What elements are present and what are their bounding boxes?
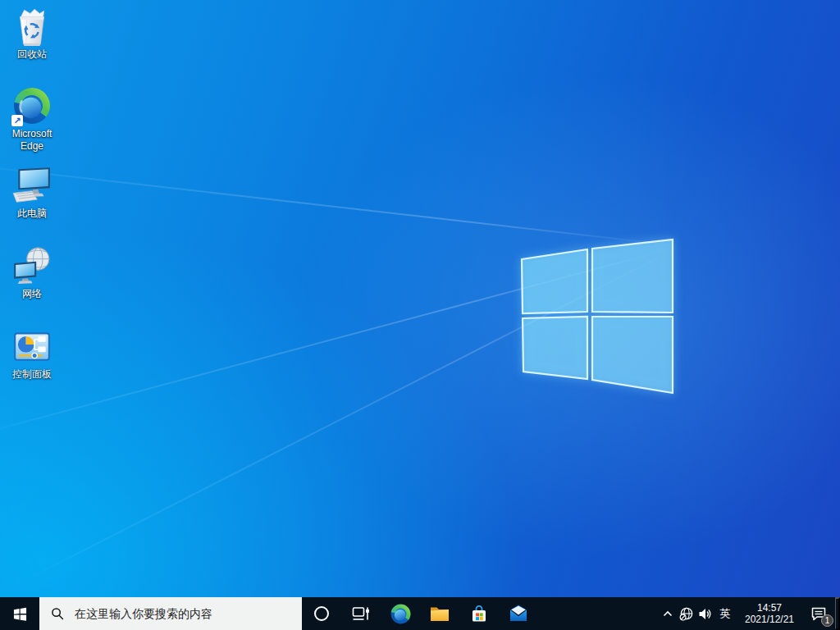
edge-icon [390,603,412,625]
recycle-bin-icon [11,5,53,48]
edge-logo-icon: ↗ [11,84,53,127]
cortana-icon [314,606,329,621]
file-explorer-icon [429,603,450,624]
ime-indicator[interactable]: 英 [714,597,737,630]
icon-label: 回收站 [17,48,47,61]
notification-badge: 1 [821,614,833,627]
search-input[interactable] [73,606,295,621]
volume-icon [698,607,712,621]
task-view-button[interactable] [341,597,381,630]
start-button[interactable] [0,597,39,630]
search-box[interactable] [39,597,302,630]
store-button[interactable] [459,597,499,630]
icon-label: 网络 [22,288,42,300]
desktop-wallpaper: 回收站 ↗ [0,0,840,597]
network-tray-button[interactable] [678,597,696,630]
show-hidden-icons-button[interactable] [658,597,678,630]
this-pc-icon [11,164,53,207]
shortcut-arrow-icon: ↗ [11,115,23,126]
system-tray: 英 14:57 2021/12/21 1 [658,597,840,630]
mail-icon [508,603,529,624]
mail-button[interactable] [499,597,538,630]
action-center-button[interactable]: 1 [802,597,835,630]
desktop-icon-network[interactable]: 网络 [1,244,63,300]
icon-label: 此电脑 [17,208,47,220]
icon-label: 控制面板 [12,368,52,381]
edge-taskbar-button[interactable] [381,597,420,630]
network-globe-offline-icon [679,607,694,621]
clock[interactable]: 14:57 2021/12/21 [737,597,802,630]
icon-label: Microsoft Edge [3,128,61,153]
clock-time: 14:57 [737,602,802,614]
taskbar: 英 14:57 2021/12/21 1 [0,597,840,630]
volume-button[interactable] [696,597,714,630]
network-desktop-icon [11,244,53,287]
show-desktop-button[interactable] [835,597,840,630]
clock-date: 2021/12/21 [737,614,802,625]
search-icon [51,607,65,621]
task-view-icon [352,605,370,622]
cortana-button[interactable] [302,597,341,630]
windows-logo-icon [13,607,27,621]
desktop-icon-microsoft-edge[interactable]: ↗ Microsoft Edge [1,84,63,153]
control-panel-icon [11,325,53,368]
desktop-icon-control-panel[interactable]: 控制面板 [1,325,63,381]
chevron-up-icon [663,609,673,618]
desktop-icon-this-pc[interactable]: 此电脑 [1,164,63,220]
desktop-icon-recycle-bin[interactable]: 回收站 [1,5,63,61]
wallpaper-windows-logo [515,230,679,402]
store-icon [468,603,490,624]
file-explorer-button[interactable] [420,597,459,630]
